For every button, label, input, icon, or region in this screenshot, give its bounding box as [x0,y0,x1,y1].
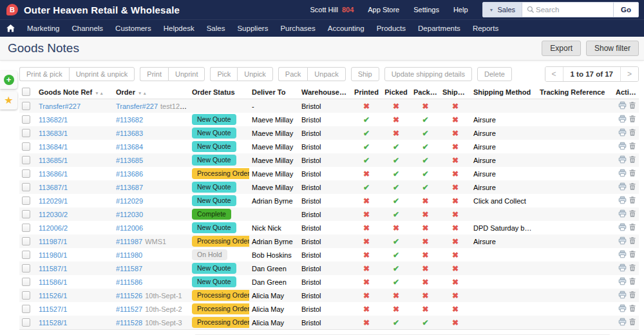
print-button[interactable]: Print [140,67,168,81]
nav-item-marketing[interactable]: Marketing [27,24,60,32]
goods-note-ref-link[interactable]: 111980/1 [39,251,67,259]
trash-icon[interactable] [629,196,636,206]
row-checkbox[interactable] [22,264,30,273]
goods-note-ref-link[interactable]: 113685/1 [39,157,68,164]
row-checkbox[interactable] [22,305,30,313]
settings-link[interactable]: Settings [413,6,439,14]
nav-item-helpdesk[interactable]: Helpdesk [164,24,194,32]
pack-button[interactable]: Pack [278,67,307,81]
row-checkbox[interactable] [22,318,30,327]
goods-note-ref-link[interactable]: 111587/1 [39,265,67,273]
order-link[interactable]: #112006 [116,224,143,232]
trash-icon[interactable] [629,236,636,246]
row-checkbox[interactable] [22,129,30,137]
trash-icon[interactable] [629,101,636,111]
row-checkbox[interactable] [22,183,30,191]
favourites-button[interactable]: ★ [0,91,17,110]
search-scope-dropdown[interactable]: ▼ Sales [483,3,522,17]
goods-note-ref-link[interactable]: 113686/1 [39,170,68,178]
order-link[interactable]: #111987 [116,238,142,245]
goods-note-ref-link[interactable]: 112030/2 [39,211,68,218]
print-icon[interactable] [618,101,627,111]
nav-item-products[interactable]: Products [377,24,406,32]
pagination-next-button[interactable]: > [621,67,638,81]
trash-icon[interactable] [629,209,636,219]
row-checkbox[interactable] [22,291,30,300]
unprint-button[interactable]: Unprint [168,67,205,81]
goods-note-ref-link[interactable]: 112029/1 [39,197,68,205]
row-checkbox[interactable] [22,237,30,245]
order-link[interactable]: #113686 [116,170,143,178]
column-header-goods-note-ref[interactable]: Goods Note Ref▼▲ [36,85,113,99]
order-link[interactable]: #112030 [116,211,143,218]
search-go-button[interactable]: Go [613,3,638,17]
column-header-order[interactable]: Order▼▲ [113,85,189,99]
column-header-warehouse[interactable]: Warehouse▼▲ [299,85,352,99]
export-button[interactable]: Export [542,41,581,56]
trash-icon[interactable] [629,182,636,192]
trash-icon[interactable] [629,277,636,287]
trash-icon[interactable] [629,155,636,165]
goods-note-ref-link[interactable]: 111987/1 [39,238,67,245]
goods-note-ref-link[interactable]: Transfer#227 [39,102,80,110]
print-icon[interactable] [618,263,627,273]
order-link[interactable]: #113687 [116,184,143,191]
pagination-prev-button[interactable]: < [545,67,563,81]
print-icon[interactable] [618,155,627,165]
unpick-button[interactable]: Unpick [237,67,273,81]
order-link[interactable]: #113682 [116,116,143,124]
print-icon[interactable] [618,304,627,314]
print-icon[interactable] [618,223,627,233]
nav-item-accounting[interactable]: Accounting [328,24,365,32]
row-checkbox[interactable] [22,169,30,178]
nav-item-suppliers[interactable]: Suppliers [237,24,268,32]
print-icon[interactable] [618,169,627,178]
trash-icon[interactable] [629,115,636,124]
order-link[interactable]: #113683 [116,129,143,137]
order-link[interactable]: Transfer#227 [116,102,158,110]
print-icon[interactable] [618,277,627,287]
trash-icon[interactable] [629,169,636,178]
user-menu[interactable]: Scott Hill804 [310,6,354,14]
search-input[interactable] [535,5,613,14]
goods-note-ref-link[interactable]: 111528/1 [39,319,67,327]
order-link[interactable]: #111527 [116,305,142,313]
goods-note-ref-link[interactable]: 113683/1 [39,129,68,137]
print-icon[interactable] [618,182,627,192]
delete-button[interactable]: Delete [477,67,512,81]
help-link[interactable]: Help [453,6,468,14]
order-link[interactable]: #111980 [116,251,142,259]
pick-button[interactable]: Pick [210,67,237,81]
print-icon[interactable] [618,250,627,260]
row-checkbox[interactable] [22,102,30,110]
order-link[interactable]: #112029 [116,197,143,205]
nav-item-purchases[interactable]: Purchases [280,24,315,32]
nav-item-departments[interactable]: Departments [418,24,460,32]
app-logo-icon[interactable]: B [6,4,18,15]
print-icon[interactable] [618,318,627,327]
row-checkbox[interactable] [22,156,30,164]
print-icon[interactable] [618,115,627,124]
goods-note-ref-link[interactable]: 111586/1 [39,278,67,286]
show-filter-button[interactable]: Show filter [586,41,639,56]
print-icon[interactable] [618,128,627,138]
trash-icon[interactable] [629,142,636,151]
print-icon[interactable] [618,291,627,300]
row-checkbox[interactable] [22,115,30,124]
order-link[interactable]: #111587 [116,265,142,273]
order-link[interactable]: #113684 [116,143,143,151]
row-checkbox[interactable] [22,196,30,205]
goods-note-ref-link[interactable]: 112006/2 [39,224,68,232]
add-goods-note-button[interactable]: + [0,71,17,89]
unpack-button[interactable]: Unpack [307,67,345,81]
trash-icon[interactable] [629,128,636,138]
row-checkbox[interactable] [22,224,30,232]
nav-item-sales[interactable]: Sales [207,24,225,32]
row-checkbox[interactable] [22,278,30,286]
print-icon[interactable] [618,236,627,246]
print-pick-button[interactable]: Print & pick [19,67,69,81]
ship-button[interactable]: Ship [351,67,379,81]
order-link[interactable]: #111526 [116,292,142,300]
update-shipping-details-button[interactable]: Update shipping details [384,67,472,81]
trash-icon[interactable] [629,291,636,300]
